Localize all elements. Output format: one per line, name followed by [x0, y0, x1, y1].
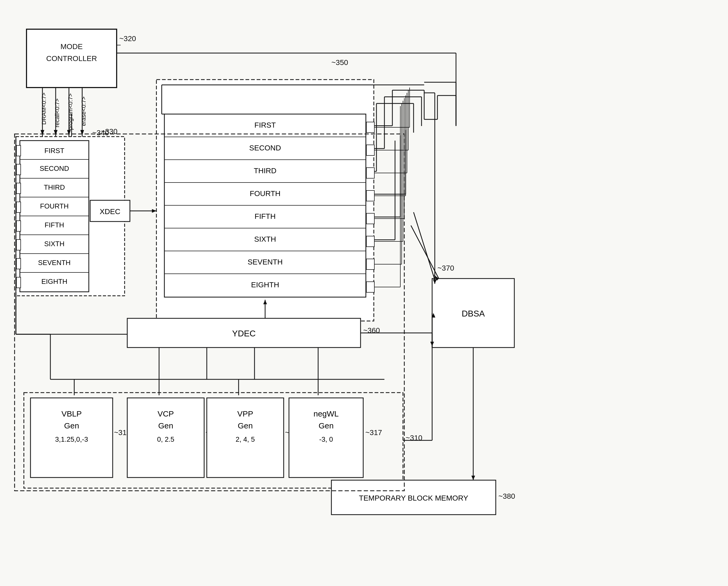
svg-rect-14: [17, 183, 21, 194]
vcp-label3: 0, 2.5: [157, 435, 174, 443]
temp-block-label: TEMPORARY BLOCK MEMORY: [359, 494, 468, 502]
vcp-label2: Gen: [158, 421, 173, 430]
negwl-label2: Gen: [319, 421, 334, 430]
row-eighth-330: EIGHTH: [41, 277, 67, 286]
vpp-label1: VPP: [237, 409, 253, 418]
dbsa-label: DBSA: [462, 309, 485, 318]
array-row-first: FIRST: [255, 121, 276, 129]
ydec-label: YDEC: [232, 329, 256, 338]
xdec-label: XDEC: [100, 207, 120, 216]
vpp-label2: Gen: [238, 421, 253, 430]
svg-rect-79: [366, 191, 374, 201]
svg-rect-19: [17, 277, 21, 288]
array-row-eighth: EIGHTH: [251, 280, 279, 289]
signal-program: program<0:7>: [67, 93, 74, 130]
row-seventh-330: SEVENTH: [38, 259, 71, 267]
array-row-second: SECOND: [249, 144, 281, 152]
diagram-container: MODE CONTROLLER ~320 DRAM<0:7> recall<0:…: [0, 0, 728, 586]
array-row-fifth: FIFTH: [255, 212, 276, 220]
ref-317: ~317: [365, 429, 382, 437]
mode-controller-label1: MODE: [60, 43, 83, 51]
svg-rect-82: [366, 259, 374, 270]
vblp-label3: 3,1.25,0,-3: [55, 435, 88, 443]
array-row-seventh: SEVENTH: [248, 258, 283, 266]
row-fourth-330: FOURTH: [40, 202, 69, 210]
row-first-330: FIRST: [44, 147, 64, 155]
row-sixth-330: SIXTH: [44, 240, 65, 248]
array-row-third: THIRD: [254, 167, 277, 175]
svg-rect-81: [366, 236, 374, 247]
mode-controller-label2: CONTROLLER: [46, 54, 97, 63]
array-row-sixth: SIXTH: [254, 235, 276, 243]
svg-rect-15: [17, 202, 21, 213]
array-row-fourth: FOURTH: [250, 189, 281, 198]
svg-rect-77: [366, 145, 374, 155]
ref-340: ~340: [92, 129, 109, 137]
signal-dram: DRAM<0:7>: [41, 93, 47, 125]
ref-350: ~350: [331, 58, 348, 67]
ref-320: ~320: [119, 34, 136, 43]
svg-rect-83: [366, 282, 374, 292]
svg-rect-16: [17, 221, 21, 231]
svg-rect-78: [366, 168, 374, 178]
row-third-330: THIRD: [44, 183, 65, 191]
svg-rect-76: [366, 122, 374, 132]
negwl-label3: -3, 0: [319, 435, 333, 443]
vpp-label3: 2, 4, 5: [236, 435, 255, 443]
negwl-label1: negWL: [313, 409, 339, 418]
svg-rect-12: [17, 145, 21, 156]
svg-rect-13: [17, 164, 21, 175]
svg-rect-18: [17, 259, 21, 269]
signal-erase: erase<0:7>: [80, 97, 87, 126]
row-second-330: SECOND: [40, 165, 69, 172]
vblp-label2: Gen: [64, 421, 79, 430]
svg-rect-80: [366, 213, 374, 224]
vcp-label1: VCP: [157, 409, 174, 418]
ref-370: ~370: [437, 264, 454, 272]
svg-rect-17: [17, 240, 21, 250]
ref-380: ~380: [498, 492, 515, 500]
signal-recall: recall<0:7>: [54, 98, 60, 127]
vblp-label1: VBLP: [61, 409, 82, 418]
row-fifth-330: FIFTH: [45, 221, 64, 229]
